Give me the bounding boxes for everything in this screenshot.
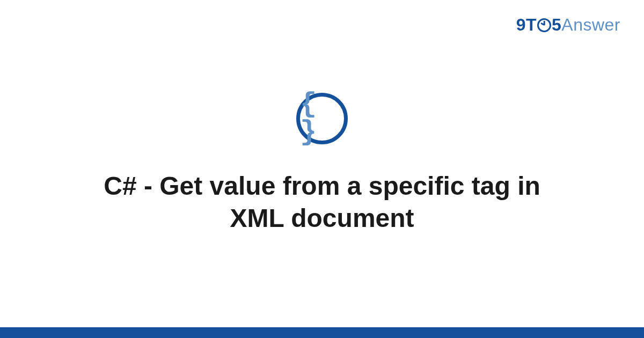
braces-glyph: { } bbox=[300, 91, 344, 146]
page-title: C# - Get value from a specific tag in XM… bbox=[59, 170, 585, 234]
content-area: { } C# - Get value from a specific tag i… bbox=[0, 0, 644, 327]
footer-bar bbox=[0, 327, 644, 338]
braces-icon: { } bbox=[296, 93, 348, 144]
